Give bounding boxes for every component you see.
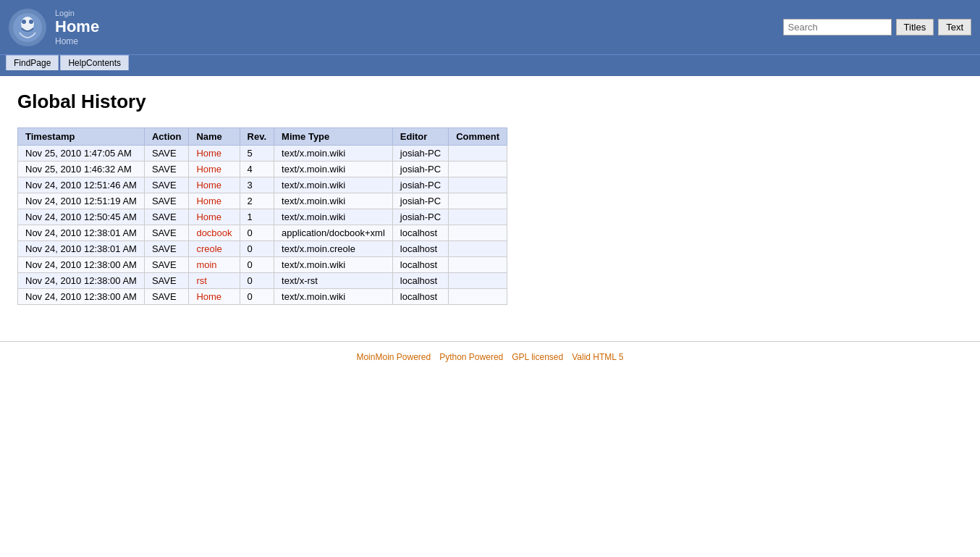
header-login[interactable]: Login [55, 9, 99, 17]
table-cell [449, 273, 507, 289]
table-cell[interactable]: creole [189, 241, 240, 257]
table-cell: 0 [240, 241, 274, 257]
table-cell: Nov 24, 2010 12:38:01 AM [18, 225, 145, 241]
page-title: Global History [17, 91, 963, 113]
header-subtitle: Home [55, 36, 99, 46]
table-cell: Nov 24, 2010 12:51:46 AM [18, 177, 145, 193]
table-cell[interactable]: Home [189, 177, 240, 193]
table-cell [449, 146, 507, 162]
nav-tab-helpcontents[interactable]: HelpContents [60, 55, 129, 70]
footer: MoinMoin PoweredPython PoweredGPL licens… [0, 342, 980, 372]
nav-tab-findpage[interactable]: FindPage [6, 55, 59, 70]
footer-link-3[interactable]: Valid HTML 5 [572, 352, 623, 362]
table-cell: SAVE [144, 162, 188, 177]
table-cell: 0 [240, 289, 274, 305]
table-cell[interactable]: Home [189, 209, 240, 225]
table-cell: SAVE [144, 177, 188, 193]
footer-link-1[interactable]: Python Powered [439, 352, 503, 362]
page-link[interactable]: Home [196, 291, 221, 302]
table-cell: text/x.moin.wiki [274, 177, 393, 193]
page-link[interactable]: rst [196, 275, 206, 286]
table-row: Nov 25, 2010 1:47:05 AMSAVEHome5text/x.m… [18, 146, 507, 162]
text-button[interactable]: Text [938, 19, 971, 35]
table-cell: 0 [240, 273, 274, 289]
table-cell: application/docbook+xml [274, 225, 393, 241]
header-right: Titles Text [783, 19, 971, 35]
table-cell: Nov 24, 2010 12:51:19 AM [18, 193, 145, 209]
table-cell[interactable]: docbook [189, 225, 240, 241]
page-link[interactable]: Home [196, 164, 221, 175]
page-link[interactable]: Home [196, 196, 221, 206]
table-cell: 1 [240, 209, 274, 225]
table-cell: josiah-PC [392, 162, 448, 177]
table-cell[interactable]: Home [189, 146, 240, 162]
table-cell: localhost [392, 273, 448, 289]
header-title[interactable]: Home [55, 17, 99, 36]
header-left: Login Home Home [9, 9, 99, 46]
table-cell: josiah-PC [392, 193, 448, 209]
table-cell: SAVE [144, 257, 188, 273]
page-link[interactable]: docbook [196, 227, 232, 238]
table-body: Nov 25, 2010 1:47:05 AMSAVEHome5text/x.m… [18, 146, 507, 305]
table-cell: 0 [240, 257, 274, 273]
col-rev: Rev. [240, 128, 274, 146]
table-cell [449, 162, 507, 177]
table-cell: localhost [392, 241, 448, 257]
table-cell: text/x.moin.wiki [274, 193, 393, 209]
table-cell: text/x.moin.wiki [274, 209, 393, 225]
table-cell[interactable]: moin [189, 257, 240, 273]
search-input[interactable] [783, 19, 892, 35]
table-cell[interactable]: Home [189, 162, 240, 177]
table-cell: josiah-PC [392, 209, 448, 225]
col-comment: Comment [449, 128, 507, 146]
logo [9, 9, 46, 46]
table-cell: SAVE [144, 289, 188, 305]
table-cell: 2 [240, 193, 274, 209]
table-cell[interactable]: Home [189, 289, 240, 305]
table-cell: text/x.moin.wiki [274, 162, 393, 177]
table-header-row: Timestamp Action Name Rev. Mime Type Edi… [18, 128, 507, 146]
table-row: Nov 24, 2010 12:38:00 AMSAVErst0text/x-r… [18, 273, 507, 289]
table-row: Nov 24, 2010 12:38:00 AMSAVEmoin0text/x.… [18, 257, 507, 273]
table-cell: localhost [392, 225, 448, 241]
table-cell: SAVE [144, 146, 188, 162]
page-link[interactable]: creole [196, 243, 221, 254]
table-cell [449, 289, 507, 305]
table-cell [449, 225, 507, 241]
table-cell [449, 177, 507, 193]
table-row: Nov 24, 2010 12:51:19 AMSAVEHome2text/x.… [18, 193, 507, 209]
table-row: Nov 24, 2010 12:38:01 AMSAVEcreole0text/… [18, 241, 507, 257]
table-cell: SAVE [144, 225, 188, 241]
table-cell: 3 [240, 177, 274, 193]
col-mime: Mime Type [274, 128, 393, 146]
table-row: Nov 24, 2010 12:38:00 AMSAVEHome0text/x.… [18, 289, 507, 305]
header: Login Home Home Titles Text [0, 0, 980, 54]
table-cell: Nov 24, 2010 12:38:00 AM [18, 289, 145, 305]
footer-link-2[interactable]: GPL licensed [512, 352, 563, 362]
table-cell: localhost [392, 257, 448, 273]
page-link[interactable]: moin [196, 259, 216, 270]
table-cell: SAVE [144, 209, 188, 225]
navbar: FindPage HelpContents [0, 54, 980, 75]
titles-button[interactable]: Titles [896, 19, 934, 35]
table-cell [449, 209, 507, 225]
table-cell: Nov 25, 2010 1:47:05 AM [18, 146, 145, 162]
table-row: Nov 24, 2010 12:50:45 AMSAVEHome1text/x.… [18, 209, 507, 225]
col-name: Name [189, 128, 240, 146]
table-cell: 5 [240, 146, 274, 162]
table-cell: 0 [240, 225, 274, 241]
table-cell[interactable]: rst [189, 273, 240, 289]
footer-link-0[interactable]: MoinMoin Powered [356, 352, 431, 362]
table-cell [449, 241, 507, 257]
history-table: Timestamp Action Name Rev. Mime Type Edi… [17, 127, 507, 305]
table-cell[interactable]: Home [189, 193, 240, 209]
table-row: Nov 24, 2010 12:51:46 AMSAVEHome3text/x.… [18, 177, 507, 193]
page-link[interactable]: Home [196, 148, 221, 159]
page-link[interactable]: Home [196, 212, 221, 222]
table-cell [449, 257, 507, 273]
table-cell: josiah-PC [392, 177, 448, 193]
table-cell: text/x.moin.wiki [274, 289, 393, 305]
table-cell: josiah-PC [392, 146, 448, 162]
page-link[interactable]: Home [196, 180, 221, 190]
table-row: Nov 25, 2010 1:46:32 AMSAVEHome4text/x.m… [18, 162, 507, 177]
